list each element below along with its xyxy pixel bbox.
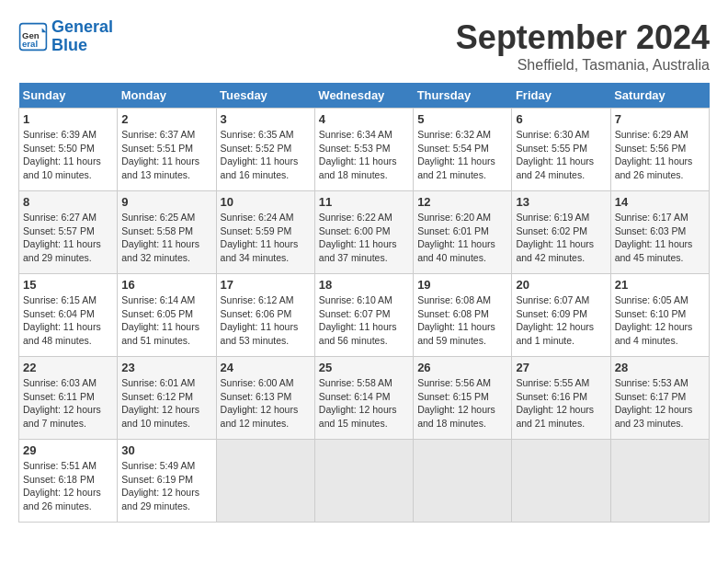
- empty-cell-w4-d2: [216, 440, 314, 523]
- day-info: Sunrise: 6:08 AMSunset: 6:08 PMDaylight:…: [417, 293, 507, 348]
- week-row-5: 29Sunrise: 5:51 AMSunset: 6:18 PMDayligh…: [19, 440, 710, 523]
- day-cell-2: 2Sunrise: 6:37 AMSunset: 5:51 PMDaylight…: [118, 109, 216, 191]
- day-number: 13: [516, 195, 606, 209]
- week-row-3: 15Sunrise: 6:15 AMSunset: 6:04 PMDayligh…: [19, 274, 710, 357]
- day-cell-9: 9Sunrise: 6:25 AMSunset: 5:58 PMDaylight…: [118, 191, 216, 274]
- day-info: Sunrise: 6:22 AMSunset: 6:00 PMDaylight:…: [319, 211, 409, 265]
- day-number: 18: [319, 278, 409, 292]
- day-info: Sunrise: 6:32 AMSunset: 5:54 PMDaylight:…: [417, 128, 507, 182]
- day-cell-23: 23Sunrise: 6:01 AMSunset: 6:12 PMDayligh…: [118, 357, 216, 440]
- day-cell-28: 28Sunrise: 5:53 AMSunset: 6:17 PMDayligh…: [610, 357, 709, 440]
- day-number: 7: [615, 112, 705, 126]
- day-number: 14: [615, 195, 705, 209]
- day-cell-19: 19Sunrise: 6:08 AMSunset: 6:08 PMDayligh…: [414, 274, 512, 357]
- day-info: Sunrise: 6:03 AMSunset: 6:11 PMDaylight:…: [23, 376, 113, 431]
- day-cell-8: 8Sunrise: 6:27 AMSunset: 5:57 PMDaylight…: [19, 191, 118, 274]
- day-number: 3: [221, 112, 311, 126]
- day-number: 17: [221, 278, 311, 292]
- day-number: 11: [319, 195, 409, 209]
- day-cell-5: 5Sunrise: 6:32 AMSunset: 5:54 PMDaylight…: [414, 109, 512, 191]
- day-cell-3: 3Sunrise: 6:35 AMSunset: 5:52 PMDaylight…: [216, 109, 314, 191]
- day-number: 1: [23, 112, 113, 126]
- day-cell-17: 17Sunrise: 6:12 AMSunset: 6:06 PMDayligh…: [216, 274, 314, 357]
- day-number: 8: [23, 195, 113, 209]
- day-number: 20: [516, 278, 606, 292]
- day-info: Sunrise: 5:58 AMSunset: 6:14 PMDaylight:…: [319, 376, 409, 431]
- day-info: Sunrise: 6:10 AMSunset: 6:07 PMDaylight:…: [319, 293, 409, 348]
- day-cell-4: 4Sunrise: 6:34 AMSunset: 5:53 PMDaylight…: [314, 109, 413, 191]
- day-number: 22: [23, 361, 113, 374]
- week-row-1: 1Sunrise: 6:39 AMSunset: 5:50 PMDaylight…: [19, 109, 710, 191]
- header-row: Sunday Monday Tuesday Wednesday Thursday…: [19, 83, 710, 109]
- empty-cell-w4-d6: [610, 440, 709, 523]
- day-info: Sunrise: 6:12 AMSunset: 6:06 PMDaylight:…: [221, 293, 311, 348]
- day-number: 27: [516, 361, 606, 374]
- col-tuesday: Tuesday: [216, 83, 314, 109]
- week-row-4: 22Sunrise: 6:03 AMSunset: 6:11 PMDayligh…: [19, 357, 710, 440]
- day-number: 15: [23, 278, 113, 292]
- day-cell-1: 1Sunrise: 6:39 AMSunset: 5:50 PMDaylight…: [19, 109, 118, 191]
- day-cell-12: 12Sunrise: 6:20 AMSunset: 6:01 PMDayligh…: [414, 191, 512, 274]
- day-info: Sunrise: 5:55 AMSunset: 6:16 PMDaylight:…: [516, 376, 606, 431]
- day-number: 9: [121, 195, 211, 209]
- day-cell-13: 13Sunrise: 6:19 AMSunset: 6:02 PMDayligh…: [512, 191, 610, 274]
- day-number: 30: [121, 443, 211, 457]
- day-info: Sunrise: 6:05 AMSunset: 6:10 PMDaylight:…: [615, 293, 705, 348]
- day-cell-26: 26Sunrise: 5:56 AMSunset: 6:15 PMDayligh…: [414, 357, 512, 440]
- day-cell-21: 21Sunrise: 6:05 AMSunset: 6:10 PMDayligh…: [610, 274, 709, 357]
- day-info: Sunrise: 6:29 AMSunset: 5:56 PMDaylight:…: [615, 128, 705, 182]
- logo-text-blue: Blue: [51, 37, 113, 55]
- day-cell-14: 14Sunrise: 6:17 AMSunset: 6:03 PMDayligh…: [610, 191, 709, 274]
- day-info: Sunrise: 6:19 AMSunset: 6:02 PMDaylight:…: [516, 211, 606, 265]
- day-info: Sunrise: 6:34 AMSunset: 5:53 PMDaylight:…: [319, 128, 409, 182]
- day-number: 10: [221, 195, 311, 209]
- empty-cell-w4-d5: [512, 440, 610, 523]
- day-info: Sunrise: 6:17 AMSunset: 6:03 PMDaylight:…: [615, 211, 705, 265]
- day-number: 4: [319, 112, 409, 126]
- day-cell-27: 27Sunrise: 5:55 AMSunset: 6:16 PMDayligh…: [512, 357, 610, 440]
- day-info: Sunrise: 5:53 AMSunset: 6:17 PMDaylight:…: [615, 376, 705, 431]
- day-info: Sunrise: 5:49 AMSunset: 6:19 PMDaylight:…: [121, 459, 211, 513]
- page-header: Gen eral General Blue September 2024 She…: [18, 18, 710, 74]
- col-wednesday: Wednesday: [314, 83, 413, 109]
- calendar-table: Sunday Monday Tuesday Wednesday Thursday…: [18, 83, 710, 523]
- title-block: September 2024 Sheffield, Tasmania, Aust…: [456, 18, 710, 74]
- day-info: Sunrise: 6:01 AMSunset: 6:12 PMDaylight:…: [121, 376, 211, 431]
- day-info: Sunrise: 6:24 AMSunset: 5:59 PMDaylight:…: [221, 211, 311, 265]
- day-cell-11: 11Sunrise: 6:22 AMSunset: 6:00 PMDayligh…: [314, 191, 413, 274]
- day-number: 28: [615, 361, 705, 374]
- day-cell-15: 15Sunrise: 6:15 AMSunset: 6:04 PMDayligh…: [19, 274, 118, 357]
- day-number: 23: [121, 361, 211, 374]
- day-cell-7: 7Sunrise: 6:29 AMSunset: 5:56 PMDaylight…: [610, 109, 709, 191]
- day-info: Sunrise: 6:39 AMSunset: 5:50 PMDaylight:…: [23, 128, 113, 182]
- day-number: 26: [417, 361, 507, 374]
- day-number: 2: [121, 112, 211, 126]
- day-cell-24: 24Sunrise: 6:00 AMSunset: 6:13 PMDayligh…: [216, 357, 314, 440]
- day-cell-16: 16Sunrise: 6:14 AMSunset: 6:05 PMDayligh…: [118, 274, 216, 357]
- day-info: Sunrise: 6:37 AMSunset: 5:51 PMDaylight:…: [121, 128, 211, 182]
- col-thursday: Thursday: [414, 83, 512, 109]
- col-friday: Friday: [512, 83, 610, 109]
- day-cell-6: 6Sunrise: 6:30 AMSunset: 5:55 PMDaylight…: [512, 109, 610, 191]
- empty-cell-w4-d3: [314, 440, 413, 523]
- day-info: Sunrise: 6:00 AMSunset: 6:13 PMDaylight:…: [221, 376, 311, 431]
- empty-cell-w4-d4: [414, 440, 512, 523]
- day-info: Sunrise: 6:20 AMSunset: 6:01 PMDaylight:…: [417, 211, 507, 265]
- col-saturday: Saturday: [610, 83, 709, 109]
- day-info: Sunrise: 6:07 AMSunset: 6:09 PMDaylight:…: [516, 293, 606, 348]
- day-cell-25: 25Sunrise: 5:58 AMSunset: 6:14 PMDayligh…: [314, 357, 413, 440]
- day-number: 25: [319, 361, 409, 374]
- day-cell-18: 18Sunrise: 6:10 AMSunset: 6:07 PMDayligh…: [314, 274, 413, 357]
- day-number: 24: [221, 361, 311, 374]
- day-info: Sunrise: 6:35 AMSunset: 5:52 PMDaylight:…: [221, 128, 311, 182]
- day-info: Sunrise: 6:15 AMSunset: 6:04 PMDaylight:…: [23, 293, 113, 348]
- col-monday: Monday: [118, 83, 216, 109]
- day-info: Sunrise: 6:30 AMSunset: 5:55 PMDaylight:…: [516, 128, 606, 182]
- day-number: 19: [417, 278, 507, 292]
- day-number: 16: [121, 278, 211, 292]
- day-number: 6: [516, 112, 606, 126]
- day-number: 12: [417, 195, 507, 209]
- day-number: 29: [23, 443, 113, 457]
- day-cell-20: 20Sunrise: 6:07 AMSunset: 6:09 PMDayligh…: [512, 274, 610, 357]
- day-info: Sunrise: 6:27 AMSunset: 5:57 PMDaylight:…: [23, 211, 113, 265]
